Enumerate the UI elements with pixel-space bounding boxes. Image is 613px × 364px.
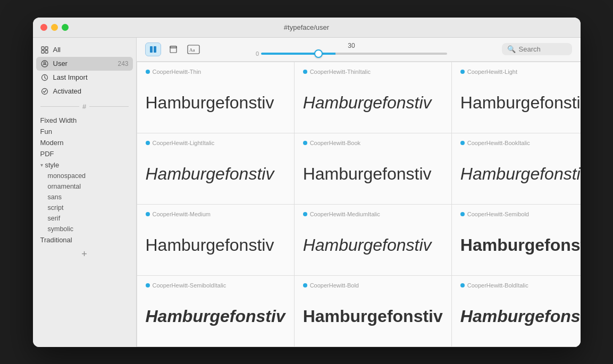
view-text-button[interactable]: Aa: [186, 43, 201, 56]
last-import-icon: [40, 73, 49, 82]
sidebar-item-activated[interactable]: Activated: [33, 84, 136, 98]
main-content: All User 243: [33, 38, 581, 347]
chevron-down-icon: ▾: [40, 162, 43, 168]
sidebar-item-user[interactable]: User 243: [36, 57, 133, 71]
font-name-label: CooperHewitt-ThinItalic: [303, 69, 443, 75]
svg-rect-2: [41, 50, 44, 53]
minimize-button[interactable]: [51, 24, 58, 31]
sidebar-sub-symbolic[interactable]: symbolic: [33, 224, 136, 234]
size-min: 0: [256, 50, 259, 57]
last-import-label: Last Import: [53, 73, 88, 81]
svg-rect-1: [45, 47, 48, 49]
font-preview-text: Hamburgefonstiv: [303, 293, 443, 340]
font-preview-text: Hamburgefonstiv: [460, 293, 581, 340]
window-title: #typeface/user: [284, 23, 329, 31]
font-grid: CooperHewitt-ThinHamburgefonstivCooperHe…: [137, 62, 581, 347]
font-cell[interactable]: CooperHewitt-ThinItalicHamburgefonstiv: [295, 62, 451, 133]
view-panel-button[interactable]: [145, 43, 161, 56]
size-slider-container: 0: [256, 50, 447, 57]
font-name-label: CooperHewitt-Semibold: [460, 211, 581, 217]
font-status-dot: [303, 283, 307, 287]
font-cell[interactable]: CooperHewitt-BookItalicHamburgefonstiv: [452, 133, 581, 204]
toolbar: Aa 30 0 🔍: [137, 38, 581, 62]
close-button[interactable]: [40, 24, 47, 31]
font-cell[interactable]: CooperHewitt-MediumItalicHamburgefonstiv: [295, 205, 451, 275]
view-grid-button[interactable]: [165, 43, 181, 56]
sidebar-item-all[interactable]: All: [33, 43, 136, 57]
sidebar-sub-serif[interactable]: serif: [33, 213, 136, 224]
user-count: 243: [117, 60, 128, 67]
user-label: User: [53, 60, 68, 67]
svg-point-5: [44, 62, 46, 64]
size-slider[interactable]: [261, 53, 447, 55]
add-category-button[interactable]: +: [33, 246, 136, 263]
font-cell[interactable]: CooperHewitt-BoldItalicHamburgefonstiv: [452, 276, 581, 346]
size-display: 30: [348, 42, 355, 49]
user-icon: [40, 60, 49, 68]
main-area: Aa 30 0 🔍 CooperHewitt-ThinHamburge: [137, 38, 581, 347]
font-status-dot: [146, 283, 150, 287]
font-preview-text: Hamburgefonstiv: [146, 222, 285, 269]
sidebar-category-fixed-width[interactable]: Fixed Width: [33, 115, 136, 126]
font-preview-text: Hamburgefonstiv: [460, 79, 581, 126]
font-preview-text: Hamburgefonstiv: [303, 79, 443, 126]
all-label: All: [53, 46, 61, 54]
font-name-label: CooperHewitt-Light: [460, 69, 581, 75]
font-name-label: CooperHewitt-BoldItalic: [460, 282, 581, 289]
divider-icon: #: [82, 103, 86, 111]
all-icon: [40, 46, 49, 54]
font-status-dot: [303, 70, 307, 74]
titlebar: #typeface/user: [33, 18, 581, 38]
font-cell[interactable]: CooperHewitt-SemiboldHamburgefonstiv: [452, 205, 581, 275]
font-preview-text: Hamburgefonstiv: [146, 150, 285, 198]
activated-icon: [40, 87, 49, 96]
sidebar: All User 243: [33, 38, 137, 347]
sidebar-category-fun[interactable]: Fun: [33, 126, 136, 137]
font-status-dot: [460, 70, 465, 74]
sidebar-style-header[interactable]: ▾ style: [33, 159, 136, 171]
font-status-dot: [146, 70, 150, 74]
sidebar-category-traditional[interactable]: Traditional: [33, 234, 136, 246]
sidebar-sub-monospaced[interactable]: monospaced: [33, 171, 136, 181]
font-status-dot: [146, 141, 150, 145]
sidebar-category-pdf[interactable]: PDF: [33, 148, 136, 159]
font-preview-text: Hamburgefonstiv: [146, 79, 285, 126]
search-box: 🔍: [502, 43, 572, 55]
sidebar-divider: #: [33, 98, 136, 115]
font-name-label: CooperHewitt-Book: [303, 140, 443, 146]
app-window: #typeface/user All: [33, 18, 581, 347]
activated-label: Activated: [53, 87, 81, 95]
sidebar-sub-sans[interactable]: sans: [33, 192, 136, 202]
search-input[interactable]: [519, 45, 567, 53]
font-preview-text: Hamburgefonstiv: [460, 222, 581, 269]
font-preview-text: Hamburgefonstiv: [146, 293, 285, 340]
size-control: 30 0: [256, 42, 447, 57]
svg-rect-11: [170, 46, 177, 53]
font-status-dot: [460, 141, 465, 145]
sidebar-sub-script[interactable]: script: [33, 202, 136, 213]
font-name-label: CooperHewitt-BookItalic: [460, 140, 581, 146]
font-name-label: CooperHewitt-LightItalic: [146, 140, 285, 146]
search-icon: 🔍: [507, 45, 516, 53]
font-name-label: CooperHewitt-SemiboldItalic: [146, 282, 285, 289]
maximize-button[interactable]: [62, 24, 69, 31]
font-cell[interactable]: CooperHewitt-LightHamburgefonstiv: [452, 62, 581, 133]
font-status-dot: [303, 212, 307, 216]
font-cell[interactable]: CooperHewitt-ThinHamburgefonstiv: [137, 62, 294, 133]
font-name-label: CooperHewitt-Bold: [303, 282, 443, 289]
font-status-dot: [460, 212, 465, 216]
font-name-label: CooperHewitt-Medium: [146, 211, 285, 217]
font-cell[interactable]: CooperHewitt-MediumHamburgefonstiv: [137, 205, 294, 275]
font-cell[interactable]: CooperHewitt-BoldHamburgefonstiv: [295, 276, 451, 346]
sidebar-item-last-import[interactable]: Last Import: [33, 71, 136, 84]
font-preview-text: Hamburgefonstiv: [303, 222, 443, 269]
font-cell[interactable]: CooperHewitt-SemiboldItalicHamburgefonst…: [137, 276, 294, 346]
font-name-label: CooperHewitt-Thin: [146, 69, 285, 75]
font-status-dot: [303, 141, 307, 145]
sidebar-category-modern[interactable]: Modern: [33, 137, 136, 148]
font-preview-text: Hamburgefonstiv: [303, 150, 443, 198]
font-cell[interactable]: CooperHewitt-LightItalicHamburgefonstiv: [137, 133, 294, 204]
font-cell[interactable]: CooperHewitt-BookHamburgefonstiv: [295, 133, 451, 204]
font-status-dot: [146, 212, 150, 216]
sidebar-sub-ornamental[interactable]: ornamental: [33, 181, 136, 192]
